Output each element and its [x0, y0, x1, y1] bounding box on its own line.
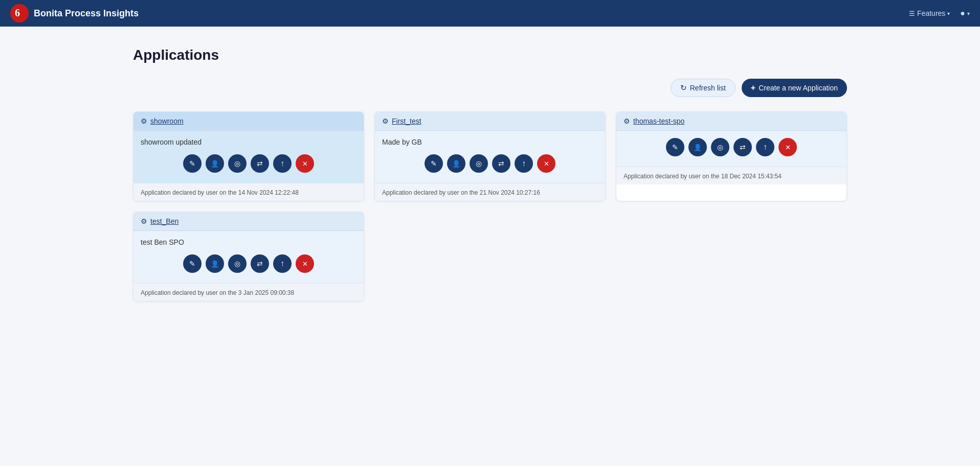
upload-icon: ↑: [522, 159, 526, 168]
card-header-showroom: ⚙showroom: [133, 112, 364, 131]
arrows-icon: ⇄: [257, 260, 263, 268]
gear-icon: ⚙: [382, 117, 389, 125]
navbar-right: ☰ Features ▾ ● ▾: [909, 9, 970, 18]
pencil-button-test_ben[interactable]: ✎: [183, 254, 202, 273]
upload-button-thomas-test-spo[interactable]: ↑: [756, 138, 774, 156]
close-icon: ✕: [544, 160, 549, 168]
card-body-showroom: showroom updated✎👤◎⇄↑✕: [133, 131, 364, 183]
navbar: 6 Bonita Process Insights ☰ Features ▾ ●…: [0, 0, 980, 27]
card-header-thomas-test-spo: ⚙thomas-test-spo: [616, 112, 847, 131]
user-icon: 👤: [452, 160, 460, 168]
close-button-first_test[interactable]: ✕: [537, 154, 555, 173]
brand-name: Bonita Process Insights: [34, 8, 139, 19]
card-footer-text-first_test: Application declared by user on the 21 N…: [382, 189, 540, 196]
card-actions-thomas-test-spo: ✎👤◎⇄↑✕: [623, 138, 839, 162]
close-button-thomas-test-spo[interactable]: ✕: [778, 138, 797, 156]
target-button-showroom[interactable]: ◎: [228, 154, 247, 173]
app-name-link-first_test[interactable]: First_test: [392, 117, 421, 125]
bonita-logo: 6: [10, 4, 29, 22]
refresh-button[interactable]: ↻ Refresh list: [671, 79, 736, 97]
close-icon: ✕: [302, 160, 308, 168]
pencil-button-thomas-test-spo[interactable]: ✎: [666, 138, 684, 156]
card-description-first_test: Made by GB: [382, 138, 598, 146]
card-body-thomas-test-spo: ✎👤◎⇄↑✕: [616, 131, 847, 167]
arrows-button-first_test[interactable]: ⇄: [492, 154, 510, 173]
target-button-test_ben[interactable]: ◎: [228, 254, 247, 273]
pencil-icon: ✎: [189, 159, 195, 168]
upload-icon: ↑: [763, 143, 767, 152]
chevron-down-icon: ▾: [947, 11, 950, 16]
card-footer-showroom: Application declared by user on the 14 N…: [133, 183, 364, 201]
app-name-link-thomas-test-spo[interactable]: thomas-test-spo: [633, 117, 684, 125]
card-description-showroom: showroom updated: [141, 138, 357, 146]
upload-button-test_ben[interactable]: ↑: [273, 254, 292, 273]
chevron-down-icon-user: ▾: [967, 11, 970, 16]
arrows-button-showroom[interactable]: ⇄: [251, 154, 269, 173]
card-actions-showroom: ✎👤◎⇄↑✕: [141, 154, 357, 179]
card-body-test_ben: test Ben SPO✎👤◎⇄↑✕: [133, 231, 364, 283]
plus-icon: +: [751, 83, 755, 92]
pencil-button-first_test[interactable]: ✎: [425, 154, 443, 173]
close-icon: ✕: [785, 144, 791, 151]
upload-icon: ↑: [280, 259, 284, 268]
close-icon: ✕: [302, 260, 308, 268]
target-button-thomas-test-spo[interactable]: ◎: [711, 138, 729, 156]
app-card-first_test: ⚙First_testMade by GB✎👤◎⇄↑✕Application d…: [374, 111, 606, 201]
app-name-link-showroom[interactable]: showroom: [150, 117, 184, 125]
arrows-button-thomas-test-spo[interactable]: ⇄: [733, 138, 752, 156]
svg-text:6: 6: [15, 7, 20, 18]
target-icon: ◎: [234, 260, 240, 268]
gear-icon: ⚙: [623, 117, 630, 125]
user-button-thomas-test-spo[interactable]: 👤: [688, 138, 707, 156]
card-footer-test_ben: Application declared by user on the 3 Ja…: [133, 283, 364, 301]
features-menu[interactable]: ☰ Features ▾: [909, 9, 950, 17]
target-button-first_test[interactable]: ◎: [470, 154, 488, 173]
user-button-test_ben[interactable]: 👤: [206, 254, 224, 273]
arrows-icon: ⇄: [740, 143, 746, 151]
close-button-test_ben[interactable]: ✕: [296, 254, 314, 273]
pencil-icon: ✎: [431, 159, 437, 168]
card-header-test_ben: ⚙test_Ben: [133, 212, 364, 231]
arrows-button-test_ben[interactable]: ⇄: [251, 254, 269, 273]
refresh-icon: ↻: [680, 83, 687, 92]
user-button-first_test[interactable]: 👤: [447, 154, 465, 173]
features-icon: ☰: [909, 10, 915, 17]
app-card-test_ben: ⚙test_Bentest Ben SPO✎👤◎⇄↑✕Application d…: [133, 212, 364, 301]
user-button-showroom[interactable]: 👤: [206, 154, 224, 173]
card-footer-text-showroom: Application declared by user on the 14 N…: [141, 189, 299, 196]
pencil-icon: ✎: [189, 260, 195, 268]
pencil-button-showroom[interactable]: ✎: [183, 154, 202, 173]
create-application-button[interactable]: + Create a new Application: [742, 79, 847, 97]
card-header-first_test: ⚙First_test: [375, 112, 605, 131]
arrows-icon: ⇄: [498, 159, 504, 168]
app-card-thomas-test-spo: ⚙thomas-test-spo✎👤◎⇄↑✕Application declar…: [616, 111, 847, 201]
upload-button-showroom[interactable]: ↑: [273, 154, 292, 173]
card-footer-first_test: Application declared by user on the 21 N…: [375, 183, 605, 201]
applications-grid: ⚙showroomshowroom updated✎👤◎⇄↑✕Applicati…: [133, 111, 847, 301]
app-name-link-test_ben[interactable]: test_Ben: [150, 217, 179, 225]
card-footer-text-test_ben: Application declared by user on the 3 Ja…: [141, 289, 294, 296]
brand: 6 Bonita Process Insights: [10, 4, 139, 22]
page-title: Applications: [133, 47, 847, 63]
toolbar: ↻ Refresh list + Create a new Applicatio…: [133, 79, 847, 97]
card-description-test_ben: test Ben SPO: [141, 238, 357, 246]
gear-icon: ⚙: [141, 217, 147, 225]
user-icon: 👤: [694, 144, 702, 151]
user-icon: 👤: [211, 160, 219, 168]
pencil-icon: ✎: [672, 143, 678, 151]
gear-icon: ⚙: [141, 117, 147, 125]
user-icon: 👤: [211, 260, 219, 268]
arrows-icon: ⇄: [257, 159, 263, 168]
target-icon: ◎: [234, 159, 240, 168]
target-icon: ◎: [717, 143, 723, 151]
user-menu[interactable]: ● ▾: [960, 9, 970, 18]
card-body-first_test: Made by GB✎👤◎⇄↑✕: [375, 131, 605, 183]
upload-button-first_test[interactable]: ↑: [515, 154, 533, 173]
card-actions-first_test: ✎👤◎⇄↑✕: [382, 154, 598, 179]
target-icon: ◎: [476, 159, 482, 168]
main-content: Applications ↻ Refresh list + Create a n…: [0, 27, 980, 322]
card-actions-test_ben: ✎👤◎⇄↑✕: [141, 254, 357, 279]
close-button-showroom[interactable]: ✕: [296, 154, 314, 173]
card-footer-thomas-test-spo: Application declared by user on the 18 D…: [616, 167, 847, 184]
user-icon: ●: [960, 9, 965, 18]
